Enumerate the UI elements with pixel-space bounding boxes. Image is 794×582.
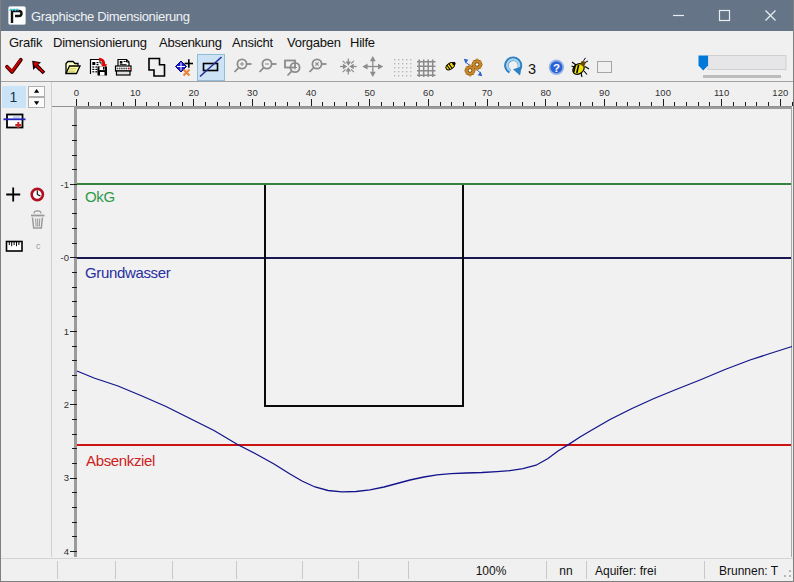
svg-text:10: 10 xyxy=(130,87,141,98)
svg-text:120: 120 xyxy=(772,87,788,98)
svg-text:60: 60 xyxy=(423,87,434,98)
svg-text:110: 110 xyxy=(714,87,729,98)
svg-text:3: 3 xyxy=(64,472,69,483)
svg-text:50: 50 xyxy=(365,87,376,98)
svg-text:2: 2 xyxy=(64,399,69,410)
svg-text:100: 100 xyxy=(655,87,671,98)
svg-text:80: 80 xyxy=(540,87,551,98)
svg-text:30: 30 xyxy=(247,87,258,98)
svg-text:OkG: OkG xyxy=(85,188,115,205)
svg-text:Grundwasser: Grundwasser xyxy=(85,264,171,281)
svg-text:70: 70 xyxy=(482,87,493,98)
svg-text:-0: -0 xyxy=(61,252,69,263)
svg-text:0: 0 xyxy=(74,87,79,98)
svg-text:1: 1 xyxy=(64,326,69,337)
svg-text:Absenkziel: Absenkziel xyxy=(86,452,155,469)
svg-text:40: 40 xyxy=(306,87,317,98)
svg-text:90: 90 xyxy=(599,87,610,98)
svg-text:4: 4 xyxy=(64,546,69,557)
svg-text:-1: -1 xyxy=(61,179,69,190)
svg-text:20: 20 xyxy=(189,87,200,98)
